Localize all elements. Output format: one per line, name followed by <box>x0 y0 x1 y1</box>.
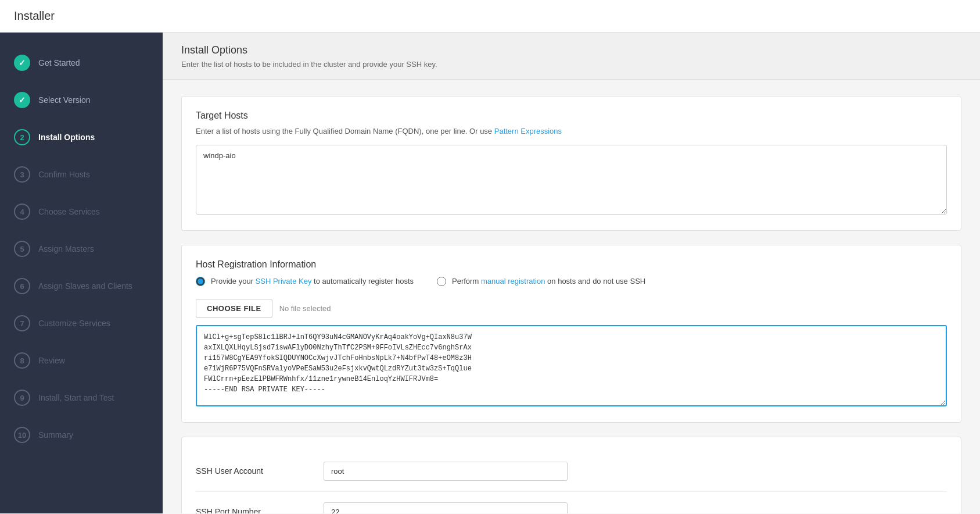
ssh-credentials-section: SSH User Account SSH Port Number <box>181 437 961 514</box>
radio-ssh-label: Provide your SSH Private Key to automati… <box>211 276 414 287</box>
hosts-textarea[interactable] <box>196 145 947 215</box>
radio-option-manual[interactable]: Perform manual registration on hosts and… <box>437 276 645 287</box>
step-badge-review: 8 <box>14 352 30 369</box>
step-badge-get-started: ✓ <box>14 55 30 71</box>
sidebar-item-choose-services[interactable]: 4 Choose Services <box>0 193 163 230</box>
sidebar-label-choose-services: Choose Services <box>38 207 100 216</box>
step-number-install-start-test: 9 <box>20 394 24 402</box>
sidebar-label-summary: Summary <box>38 430 73 440</box>
sidebar-item-select-version[interactable]: ✓ Select Version <box>0 81 163 119</box>
checkmark-icon-2: ✓ <box>19 95 26 105</box>
step-number-choose-services: 4 <box>20 208 24 216</box>
step-badge-install-start-test: 9 <box>14 390 30 406</box>
ssh-private-key-link[interactable]: SSH Private Key <box>256 277 312 285</box>
pattern-expressions-link[interactable]: Pattern Expressions <box>494 127 562 135</box>
radio-ssh-input[interactable] <box>196 277 205 286</box>
host-registration-section: Host Registration Information Provide yo… <box>181 245 961 423</box>
step-number-customize-services: 7 <box>20 319 24 328</box>
sidebar-item-review[interactable]: 8 Review <box>0 342 163 379</box>
radio-options-group: Provide your SSH Private Key to automati… <box>196 276 947 287</box>
step-number-confirm-hosts: 3 <box>20 170 24 179</box>
ssh-user-input[interactable] <box>324 462 568 481</box>
radio-option-ssh[interactable]: Provide your SSH Private Key to automati… <box>196 276 414 287</box>
choose-file-button[interactable]: CHOOSE FILE <box>196 299 272 318</box>
ssh-user-field: SSH User Account <box>196 451 947 491</box>
step-badge-confirm-hosts: 3 <box>14 166 30 183</box>
ssh-port-input[interactable] <box>324 502 568 514</box>
ssh-port-label: SSH Port Number <box>196 507 324 513</box>
sidebar-label-install-start-test: Install, Start and Test <box>38 393 114 402</box>
sidebar-item-install-options[interactable]: 2 Install Options <box>0 119 163 156</box>
step-number-install-options: 2 <box>20 133 24 142</box>
step-number-review: 8 <box>20 356 24 365</box>
step-badge-assign-slaves: 6 <box>14 278 30 294</box>
content-area: Install Options Enter the list of hosts … <box>163 33 980 513</box>
step-badge-select-version: ✓ <box>14 92 30 108</box>
target-hosts-title: Target Hosts <box>196 110 947 121</box>
step-badge-install-options: 2 <box>14 129 30 145</box>
step-number-assign-slaves: 6 <box>20 282 24 291</box>
app-header: Installer <box>0 0 980 33</box>
file-chooser-row: CHOOSE FILE No file selected <box>196 299 947 318</box>
ssh-user-label: SSH User Account <box>196 466 324 476</box>
target-hosts-desc: Enter a list of hosts using the Fully Qu… <box>196 127 947 135</box>
sidebar-item-install-start-test[interactable]: 9 Install, Start and Test <box>0 379 163 416</box>
sidebar-label-assign-slaves: Assign Slaves and Clients <box>38 281 132 291</box>
step-badge-choose-services: 4 <box>14 204 30 220</box>
sidebar-label-customize-services: Customize Services <box>38 319 110 328</box>
sidebar-item-assign-masters[interactable]: 5 Assign Masters <box>0 230 163 267</box>
sidebar-item-summary[interactable]: 10 Summary <box>0 416 163 454</box>
target-hosts-section: Target Hosts Enter a list of hosts using… <box>181 96 961 231</box>
step-badge-summary: 10 <box>14 427 30 443</box>
ssh-port-field: SSH Port Number <box>196 491 947 514</box>
page-title: Install Options <box>181 44 961 56</box>
step-number-assign-masters: 5 <box>20 245 24 254</box>
sidebar-item-get-started[interactable]: ✓ Get Started <box>0 44 163 81</box>
sidebar-item-confirm-hosts[interactable]: 3 Confirm Hosts <box>0 156 163 193</box>
content-header: Install Options Enter the list of hosts … <box>163 33 980 80</box>
no-file-label: No file selected <box>279 304 331 313</box>
manual-registration-link[interactable]: manual registration <box>481 277 545 285</box>
sidebar-label-select-version: Select Version <box>38 95 91 105</box>
content-body: Target Hosts Enter a list of hosts using… <box>163 80 980 513</box>
step-badge-customize-services: 7 <box>14 315 30 331</box>
checkmark-icon: ✓ <box>19 58 26 67</box>
sidebar-item-assign-slaves[interactable]: 6 Assign Slaves and Clients <box>0 267 163 305</box>
host-registration-title: Host Registration Information <box>196 259 947 270</box>
step-number-summary: 10 <box>18 431 26 440</box>
sidebar-label-get-started: Get Started <box>38 58 80 67</box>
sidebar-item-customize-services[interactable]: 7 Customize Services <box>0 305 163 342</box>
sidebar-label-review: Review <box>38 356 65 365</box>
sidebar-label-confirm-hosts: Confirm Hosts <box>38 170 90 179</box>
sidebar: ✓ Get Started ✓ Select Version 2 Install… <box>0 33 163 513</box>
sidebar-label-install-options: Install Options <box>38 133 95 142</box>
radio-manual-input[interactable] <box>437 277 446 286</box>
ssh-key-textarea[interactable] <box>196 325 947 406</box>
radio-manual-label: Perform manual registration on hosts and… <box>452 276 645 287</box>
sidebar-label-assign-masters: Assign Masters <box>38 244 94 254</box>
app-title: Installer <box>14 9 55 22</box>
page-description: Enter the list of hosts to be included i… <box>181 60 961 69</box>
step-badge-assign-masters: 5 <box>14 241 30 257</box>
